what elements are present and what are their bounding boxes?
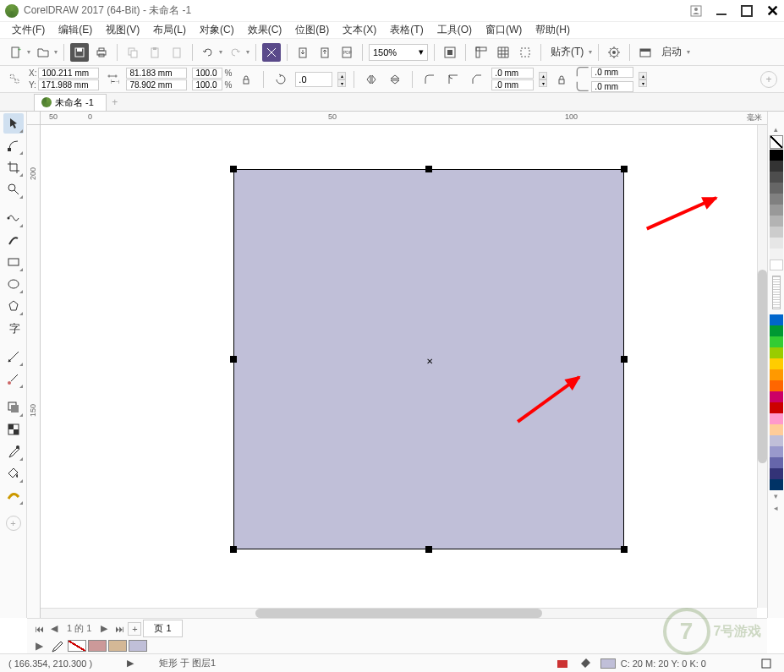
text-tool[interactable]: 字 <box>3 318 24 338</box>
close-icon[interactable]: ✕ <box>765 4 779 18</box>
outline-tool[interactable] <box>3 485 24 505</box>
launch-label[interactable]: 启动 <box>658 45 685 59</box>
next-page-icon[interactable]: ▶ <box>97 622 111 636</box>
doc-no-color-swatch[interactable] <box>68 640 86 652</box>
shape-tool[interactable] <box>3 135 24 156</box>
swatch[interactable] <box>770 161 783 172</box>
corner-br-field[interactable]: .0 mm <box>591 81 633 92</box>
swatch[interactable] <box>770 402 783 413</box>
scrollbar-horizontal[interactable] <box>41 608 757 618</box>
guidelines-icon[interactable] <box>516 43 535 62</box>
polygon-tool[interactable] <box>3 296 24 316</box>
corner-left-spinner[interactable]: ▴▾ <box>539 72 547 87</box>
menu-effects[interactable]: 效果(C) <box>243 21 288 39</box>
menu-file[interactable]: 文件(F) <box>7 21 50 39</box>
doc-tab-active[interactable]: 未命名 -1 <box>34 94 107 111</box>
first-page-icon[interactable]: ⏮ <box>32 622 46 636</box>
open-dropdown[interactable]: ▾ <box>54 48 58 56</box>
swatch[interactable] <box>770 194 783 205</box>
dimension-tool[interactable] <box>3 347 24 367</box>
cut-icon[interactable] <box>167 43 186 62</box>
menu-window[interactable]: 窗口(W) <box>480 21 527 39</box>
maximize-icon[interactable] <box>740 4 754 18</box>
new-tab-icon[interactable]: + <box>107 95 123 110</box>
new-icon[interactable]: + <box>7 43 25 62</box>
swatch[interactable] <box>770 249 783 260</box>
mirror-v-icon[interactable] <box>386 70 404 89</box>
handle-top-left[interactable] <box>230 166 237 172</box>
artistic-media-tool[interactable] <box>3 230 24 250</box>
swatch[interactable] <box>770 424 783 435</box>
doc-swatch[interactable] <box>129 640 147 652</box>
zoom-tool[interactable] <box>3 179 24 199</box>
connector-tool[interactable] <box>3 369 24 389</box>
corner-tr-field[interactable]: .0 mm <box>591 67 633 78</box>
ruler-vertical[interactable]: 200 150 <box>27 125 41 618</box>
scrollbar-vertical[interactable] <box>757 125 767 608</box>
swatch[interactable] <box>770 238 783 249</box>
menu-table[interactable]: 表格(T) <box>385 21 428 39</box>
swatch[interactable] <box>770 369 783 380</box>
fullscreen-icon[interactable] <box>441 43 459 62</box>
rotation-spinner[interactable]: ▴▾ <box>337 72 346 87</box>
ruler-corner[interactable] <box>27 112 41 125</box>
swatch[interactable] <box>770 216 783 227</box>
print-icon[interactable] <box>92 43 111 62</box>
doc-swatch[interactable] <box>108 640 127 652</box>
corner-tl-field[interactable]: .0 mm <box>491 68 534 79</box>
corner-chamfer-icon[interactable] <box>468 70 486 89</box>
swatch[interactable] <box>770 457 783 468</box>
doc-palette-expand-icon[interactable]: ▶ <box>32 639 46 653</box>
x-field[interactable]: 100.211 mm <box>38 68 99 79</box>
height-field[interactable]: 78.902 mm <box>126 79 187 90</box>
paste-icon[interactable] <box>145 43 164 62</box>
swatch[interactable] <box>770 325 783 336</box>
toolbox-add-icon[interactable]: + <box>6 516 21 531</box>
import-icon[interactable] <box>293 43 312 62</box>
swatch[interactable] <box>770 150 783 161</box>
launch-icon[interactable] <box>636 43 655 62</box>
swatch[interactable] <box>770 347 783 358</box>
selected-rectangle[interactable]: ✕ <box>233 169 624 549</box>
scale-y-field[interactable]: 100.0 <box>192 79 222 90</box>
no-color-swatch[interactable] <box>770 135 783 149</box>
handle-middle-right[interactable] <box>621 356 628 363</box>
menu-edit[interactable]: 编辑(E) <box>53 21 97 39</box>
search-icon[interactable] <box>262 43 281 62</box>
page-tab[interactable]: 页 1 <box>143 620 182 637</box>
new-dropdown[interactable]: ▾ <box>27 48 30 56</box>
add-property-icon[interactable]: + <box>760 71 777 88</box>
ellipse-tool[interactable] <box>3 274 24 294</box>
palette-grip[interactable] <box>772 276 781 309</box>
menu-object[interactable]: 对象(C) <box>195 21 239 39</box>
grid-icon[interactable] <box>494 43 513 62</box>
handle-bottom-left[interactable] <box>230 546 237 553</box>
rotation-field[interactable]: .0 <box>295 72 332 87</box>
undo-dropdown[interactable]: ▾ <box>219 48 222 56</box>
canvas[interactable]: ✕ <box>41 125 757 608</box>
crop-tool[interactable] <box>3 157 24 178</box>
drop-shadow-tool[interactable] <box>3 397 24 418</box>
last-page-icon[interactable]: ⏭ <box>112 622 126 636</box>
rectangle-tool[interactable] <box>3 252 24 272</box>
swatch[interactable] <box>770 468 783 479</box>
doc-swatch[interactable] <box>88 640 107 652</box>
rulers-icon[interactable] <box>472 43 491 62</box>
eyedropper-tool[interactable] <box>3 441 24 462</box>
handle-top-middle[interactable] <box>425 166 432 172</box>
copy-icon[interactable] <box>123 43 142 62</box>
palette-up-icon[interactable]: ▴ <box>774 123 778 135</box>
corner-bl-field[interactable]: .0 mm <box>491 79 534 90</box>
export-icon[interactable] <box>315 43 334 62</box>
launch-dropdown[interactable]: ▾ <box>687 48 690 56</box>
minimize-icon[interactable] <box>715 4 728 18</box>
freehand-tool[interactable] <box>3 208 24 228</box>
menu-tools[interactable]: 工具(O) <box>432 21 477 39</box>
swatch[interactable] <box>770 391 783 402</box>
scale-x-field[interactable]: 100.0 <box>192 68 222 79</box>
redo-dropdown[interactable]: ▾ <box>246 48 249 56</box>
transparency-tool[interactable] <box>3 419 24 440</box>
swatch[interactable] <box>770 183 783 194</box>
menu-bitmap[interactable]: 位图(B) <box>290 21 334 39</box>
handle-bottom-right[interactable] <box>621 546 628 553</box>
